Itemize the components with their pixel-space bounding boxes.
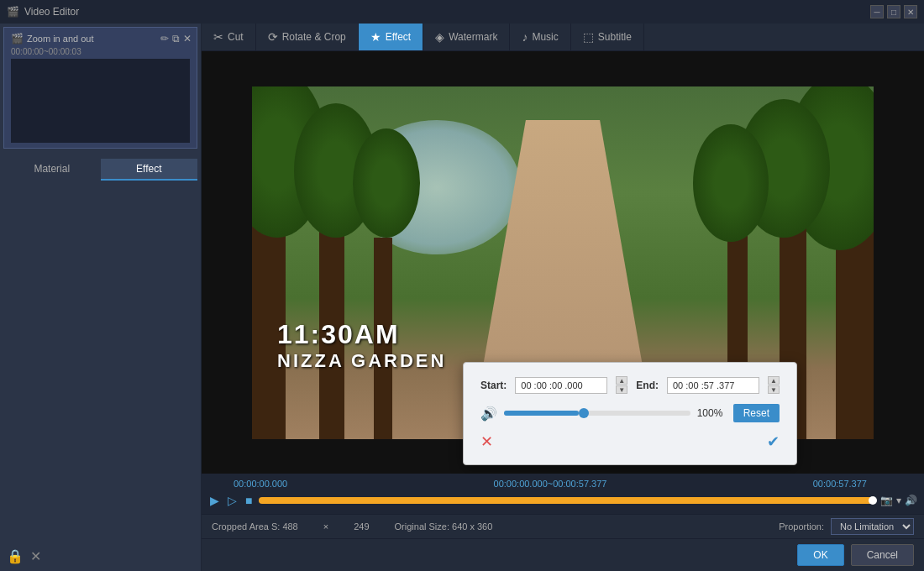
tab-watermark-label: Watermark	[449, 31, 497, 43]
right-content: ✂ Cut ⟳ Rotate & Crop ★ Effect ◈ Waterma…	[202, 24, 924, 571]
clip-name: Zoom in and out	[27, 34, 94, 44]
popup-footer: ✕ ✔	[480, 432, 780, 451]
camera-down-icon[interactable]: ▾	[896, 495, 901, 506]
proportion-select[interactable]: No Limitation	[831, 518, 914, 535]
title-bar: 🎬 Video Editor ─ □ ✕	[0, 0, 924, 24]
tab-subtitle-label: Subtitle	[598, 31, 632, 43]
popup-cancel-icon[interactable]: ✕	[480, 432, 493, 451]
title-bar-left: 🎬 Video Editor	[7, 6, 79, 18]
tab-material[interactable]: Material	[3, 159, 101, 181]
volume-percent: 100%	[697, 407, 727, 419]
tab-rotate-crop[interactable]: ⟳ Rotate & Crop	[256, 24, 359, 50]
play-small-button[interactable]: ▷	[226, 492, 239, 509]
proportion-section: Proportion: No Limitation	[779, 518, 914, 535]
progress-fill	[259, 497, 875, 504]
clip-item-header: 🎬 Zoom in and out ✏ ⧉ ✕	[11, 33, 190, 45]
tab-effect[interactable]: ★ Effect	[359, 24, 423, 50]
app-icon: 🎬	[7, 6, 19, 18]
close-clip-icon[interactable]: ✕	[183, 33, 192, 45]
clip-icon: 🎬	[11, 33, 24, 45]
watermark-icon: ◈	[435, 30, 444, 44]
speaker-icon[interactable]: 🔊	[905, 495, 917, 506]
main-layout: 🎬 Zoom in and out ✏ ⧉ ✕ 00:00:00~00:00:0…	[0, 24, 924, 571]
cropped-area: Cropped Area S: 488	[212, 521, 298, 532]
overlay-text: 11:30AM NIZZA GARDEN	[277, 319, 446, 372]
popup[interactable]: Start: ▲ ▼ End: ▲ ▼	[463, 362, 797, 465]
controls-row: ▶ ▷ ■ 📷 ▾ 🔊	[208, 492, 917, 509]
tab-music[interactable]: ♪ Music	[510, 24, 570, 50]
left-panel-bottom: 🔒 ✕	[0, 542, 201, 571]
info-bar: Cropped Area S: 488 × 249 Original Size:…	[202, 514, 924, 538]
end-down-btn[interactable]: ▼	[768, 385, 780, 394]
progress-thumb[interactable]	[869, 496, 877, 505]
clip-controls: ✏ ⧉ ✕	[160, 33, 192, 45]
foliage-3	[353, 128, 420, 238]
reset-button[interactable]: Reset	[733, 404, 780, 422]
clip-item: 🎬 Zoom in and out ✏ ⧉ ✕ 00:00:00~00:00:0…	[3, 27, 197, 149]
time-start: 00:00:00.000	[234, 479, 287, 489]
camera-icon[interactable]: 📷	[880, 495, 893, 506]
playback-controls: 00:00:00.000 00:00:00.000~00:00:57.377 0…	[202, 474, 924, 514]
proportion-label: Proportion:	[779, 521, 824, 532]
left-panel-tabs: Material Effect	[3, 159, 197, 181]
close-button[interactable]: ✕	[904, 5, 917, 18]
tab-subtitle[interactable]: ⬚ Subtitle	[571, 24, 644, 50]
pencil-icon[interactable]: ✏	[160, 33, 169, 45]
cross-symbol: ×	[323, 521, 328, 532]
rotate-icon: ⟳	[268, 30, 278, 44]
lock-button[interactable]: 🔒	[7, 548, 24, 564]
tab-effect[interactable]: Effect	[101, 159, 198, 181]
start-label: Start:	[480, 380, 507, 391]
tab-watermark[interactable]: ◈ Watermark	[423, 24, 510, 50]
app-title: Video Editor	[24, 6, 79, 18]
start-spinner[interactable]: ▲ ▼	[616, 376, 627, 394]
time-end: 00:00:57.377	[813, 479, 867, 489]
popup-time-row: Start: ▲ ▼ End: ▲ ▼	[480, 376, 780, 394]
music-icon: ♪	[522, 30, 528, 44]
tab-music-label: Music	[532, 31, 558, 43]
time-labels: 00:00:00.000 00:00:00.000~00:00:57.377 0…	[208, 479, 917, 489]
tab-cut[interactable]: ✂ Cut	[202, 24, 256, 50]
cancel-button[interactable]: Cancel	[851, 544, 914, 566]
clip-timestamp: 00:00:00~00:00:03	[11, 47, 190, 56]
video-area: 11:30AM NIZZA GARDEN Start: ▲ ▼	[202, 51, 924, 474]
popup-ok-icon[interactable]: ✔	[767, 432, 780, 451]
left-panel-spacer	[0, 184, 201, 542]
overlay-time: 11:30AM	[277, 319, 446, 350]
end-label: End:	[636, 380, 659, 391]
cut-icon: ✂	[213, 30, 223, 44]
title-bar-controls: ─ □ ✕	[870, 5, 917, 18]
action-buttons: OK Cancel	[202, 538, 924, 571]
minimize-button[interactable]: ─	[870, 5, 884, 18]
clip-thumbnail	[11, 59, 190, 143]
ok-button[interactable]: OK	[797, 544, 843, 566]
end-up-btn[interactable]: ▲	[768, 376, 780, 385]
end-spinner[interactable]: ▲ ▼	[768, 376, 780, 394]
time-range: 00:00:00.000~00:00:57.377	[494, 479, 607, 489]
left-panel: 🎬 Zoom in and out ✏ ⧉ ✕ 00:00:00~00:00:0…	[0, 24, 202, 571]
play-button[interactable]: ▶	[208, 492, 221, 509]
volume-slider[interactable]	[504, 411, 690, 416]
subtitle-icon: ⬚	[583, 30, 594, 44]
tab-effect-label: Effect	[386, 31, 411, 43]
volume-row: 🔊 100% Reset	[480, 404, 780, 422]
ctrl-right: 📷 ▾ 🔊	[880, 495, 917, 506]
start-input[interactable]	[515, 377, 607, 394]
effect-icon: ★	[370, 30, 381, 44]
stop-button[interactable]: ■	[244, 492, 254, 509]
overlay-location: NIZZA GARDEN	[277, 350, 446, 372]
end-input[interactable]	[667, 377, 759, 394]
volume-icon: 🔊	[480, 406, 497, 422]
progress-bar[interactable]	[259, 497, 875, 504]
tab-rotate-label: Rotate & Crop	[282, 31, 346, 43]
start-up-btn[interactable]: ▲	[616, 376, 627, 385]
volume-fill	[504, 411, 579, 416]
delete-button[interactable]: ✕	[30, 548, 41, 564]
cropped-height: 249	[354, 521, 369, 532]
tab-bar: ✂ Cut ⟳ Rotate & Crop ★ Effect ◈ Waterma…	[202, 24, 924, 51]
start-down-btn[interactable]: ▼	[616, 385, 627, 394]
copy-icon[interactable]: ⧉	[172, 33, 180, 45]
volume-thumb[interactable]	[579, 408, 589, 418]
maximize-button[interactable]: □	[887, 5, 900, 18]
tab-cut-label: Cut	[228, 31, 244, 43]
